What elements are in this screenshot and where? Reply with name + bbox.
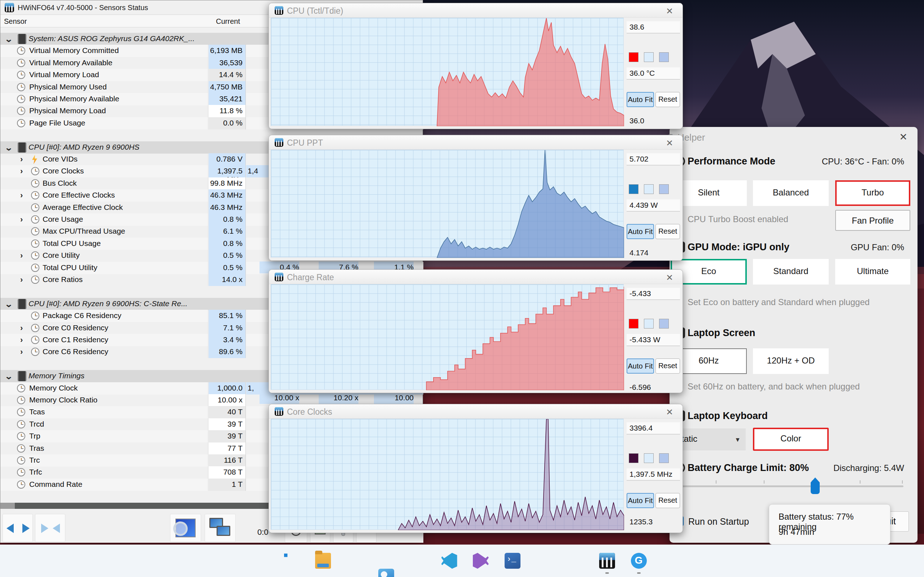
graph-plot-area <box>271 150 624 258</box>
ghelper-window: G-Helper ✕ Performance Mode CPU: 36°C - … <box>670 127 918 543</box>
chevron-right-icon[interactable]: › <box>20 324 23 333</box>
grid-color-swatch[interactable] <box>659 453 669 463</box>
hwinfo-app-icon <box>275 407 283 416</box>
sensor-label: Core C6 Residency <box>43 347 108 356</box>
graph-titlebar[interactable]: CPU PPT✕ <box>269 135 683 150</box>
reset-button[interactable]: Reset <box>656 224 680 239</box>
battery-limit-slider[interactable] <box>672 485 903 487</box>
sensor-label: Trc <box>29 456 40 464</box>
auto-fit-button[interactable]: Auto Fit <box>627 224 654 239</box>
sensor-label: Core VIDs <box>43 155 78 163</box>
balanced-button[interactable]: Balanced <box>753 180 829 206</box>
taskbar-icon-chartapp[interactable] <box>378 569 394 577</box>
sensor-current-value: 36,539 MB <box>208 57 246 69</box>
series-color-swatch[interactable] <box>629 453 638 463</box>
taskbar-icon-folder[interactable] <box>315 553 331 569</box>
screen-capture-button[interactable] <box>170 514 201 542</box>
expand-columns-button[interactable] <box>3 514 33 542</box>
color-button[interactable]: Color <box>753 428 829 451</box>
graph-window: CPU (Tctl/Tdie)✕38.636.0 °CAuto FitReset… <box>268 3 683 129</box>
background-color-swatch[interactable] <box>644 319 654 329</box>
magnifier-screen-icon <box>175 519 195 537</box>
taskbar-icon-hwinfo[interactable] <box>599 553 615 569</box>
sensor-label: Page File Usage <box>29 119 85 127</box>
series-color-swatch[interactable] <box>629 319 638 329</box>
background-color-swatch[interactable] <box>644 453 654 463</box>
close-icon[interactable]: ✕ <box>666 407 673 417</box>
grid-color-swatch[interactable] <box>659 52 669 62</box>
turbo-button[interactable]: Turbo <box>835 180 910 206</box>
graph-max-value: -5.433 <box>627 288 680 300</box>
sensor-name-cell: Trp <box>0 430 208 443</box>
fan-profile-button[interactable]: Fan Profile <box>835 210 910 231</box>
chevron-down-icon[interactable]: ⌄ <box>4 300 13 309</box>
sensor-label: Total CPU Usage <box>43 239 101 248</box>
auto-fit-button[interactable]: Auto Fit <box>627 92 654 107</box>
series-color-swatch[interactable] <box>629 52 638 62</box>
graph-titlebar[interactable]: Charge Rate✕ <box>269 270 683 284</box>
refresh-120hz-button[interactable]: 120Hz + OD <box>753 348 829 374</box>
slider-handle[interactable] <box>811 477 820 494</box>
graph-current-value: -5.433 W <box>627 334 680 346</box>
chevron-right-icon[interactable]: › <box>20 251 23 260</box>
sensor-current-value: 0.0 % <box>208 117 246 129</box>
close-icon[interactable]: ✕ <box>666 6 673 16</box>
chevron-right-icon[interactable]: › <box>20 335 23 345</box>
close-icon[interactable]: ✕ <box>666 272 673 283</box>
column-header-current[interactable]: Current <box>216 17 240 26</box>
close-icon[interactable]: ✕ <box>666 138 673 148</box>
sensor-label: Physical Memory Used <box>29 82 107 91</box>
taskbar-icon-ghelper[interactable]: G <box>631 553 647 569</box>
reset-button[interactable]: Reset <box>656 92 680 107</box>
chevron-down-icon[interactable]: ⌄ <box>4 35 13 44</box>
series-color-swatch[interactable] <box>629 184 638 194</box>
taskbar-icon-start[interactable] <box>284 554 291 561</box>
standard-button[interactable]: Standard <box>753 259 829 285</box>
sensor-label: Virtual Memory Committed <box>29 46 119 55</box>
grid-color-swatch[interactable] <box>659 319 669 329</box>
discharge-status: Discharging: 5.4W <box>834 463 904 473</box>
graph-titlebar[interactable]: CPU (Tctl/Tdie)✕ <box>269 3 683 18</box>
auto-fit-button[interactable]: Auto Fit <box>627 358 654 374</box>
clock-sensor-icon <box>17 59 25 67</box>
chevron-right-icon[interactable]: › <box>20 347 23 357</box>
chevron-right-icon[interactable]: › <box>20 275 23 285</box>
sensor-current-value: 10.00 x <box>208 394 246 406</box>
chevron-right-icon[interactable]: › <box>20 167 23 176</box>
taskbar-icon-vscode[interactable] <box>441 553 457 569</box>
chevron-down-icon[interactable]: ⌄ <box>4 143 13 153</box>
group-label: CPU [#0]: AMD Ryzen 9 6900HS <box>29 143 139 152</box>
graph-side-panel: 3396.41,397.5 MHzAuto FitReset1235.3 <box>624 419 683 533</box>
reset-button[interactable]: Reset <box>656 493 680 508</box>
taskbar-icon-vs[interactable] <box>473 553 489 569</box>
chevron-right-icon[interactable]: › <box>20 155 23 164</box>
reset-button[interactable]: Reset <box>656 358 680 374</box>
clock-sensor-icon <box>31 324 39 332</box>
sensor-name-cell: ›Core VIDs <box>0 153 208 166</box>
sensor-label: Bus Clock <box>43 179 77 187</box>
chevron-right-icon[interactable]: › <box>20 191 23 200</box>
taskbar-icon-pwsh[interactable]: ›_ <box>505 553 520 569</box>
sensor-name-cell: ›Core Utility <box>0 250 208 262</box>
gpu-mode-label: GPU Mode: iGPU only <box>688 242 789 253</box>
chevron-right-icon[interactable]: › <box>20 215 23 224</box>
background-color-swatch[interactable] <box>644 52 654 62</box>
taskbar-icon-gear[interactable] <box>347 553 362 569</box>
sensor-name-cell: Total CPU Usage <box>0 238 208 250</box>
collapse-columns-button[interactable] <box>35 514 65 542</box>
background-color-swatch[interactable] <box>644 184 654 194</box>
chevron-down-icon: ▼ <box>735 436 741 443</box>
clock-sensor-icon <box>17 396 25 404</box>
ultimate-button[interactable]: Ultimate <box>835 259 910 285</box>
battery-limit-label: Battery Charge Limit: 80% <box>688 462 809 474</box>
column-header-sensor[interactable]: Sensor <box>4 17 27 26</box>
chevron-down-icon[interactable]: ⌄ <box>4 372 13 381</box>
sensor-current-value: 14.0 x <box>208 274 246 286</box>
background-column-value: 10.00 x <box>260 392 299 404</box>
voltage-icon <box>31 155 38 164</box>
graph-titlebar[interactable]: Core Clocks✕ <box>269 404 683 419</box>
close-icon[interactable]: ✕ <box>899 131 908 143</box>
grid-color-swatch[interactable] <box>659 184 669 194</box>
remote-monitor-button[interactable] <box>205 514 236 542</box>
auto-fit-button[interactable]: Auto Fit <box>627 493 654 508</box>
